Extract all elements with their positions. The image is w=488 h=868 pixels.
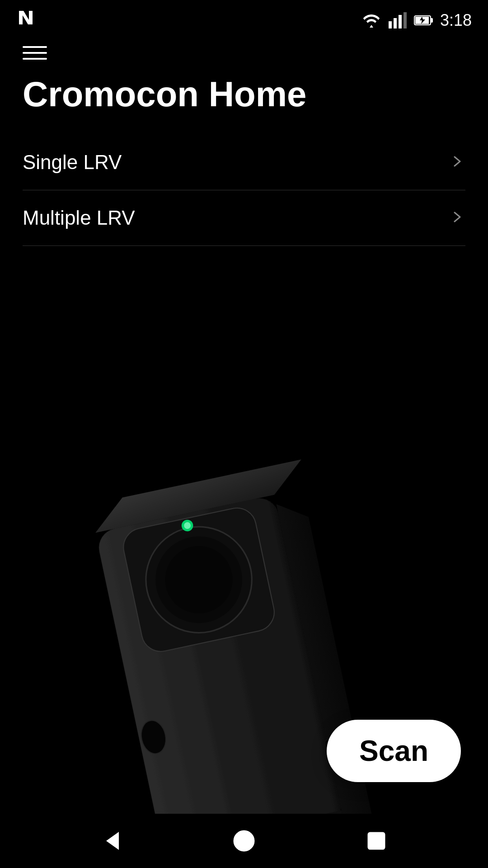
menu-list: Single LRV Multiple LRV (0, 135, 488, 246)
page-title: Cromocon Home (23, 76, 465, 113)
nav-bar (0, 814, 488, 868)
recent-button[interactable] (358, 823, 394, 859)
svg-rect-3 (399, 15, 402, 28)
menu-item-label: Multiple LRV (23, 207, 135, 229)
status-bar: 3:18 (0, 0, 488, 33)
menu-item-multiple-lrv[interactable]: Multiple LRV (23, 190, 465, 246)
menu-item-single-lrv[interactable]: Single LRV (23, 135, 465, 190)
status-icons: 3:18 (361, 11, 472, 30)
svg-marker-19 (106, 832, 119, 850)
svg-rect-1 (389, 21, 392, 28)
n-logo-container (16, 8, 35, 29)
svg-rect-21 (368, 833, 385, 849)
battery-icon (414, 14, 434, 27)
chevron-right-icon (449, 153, 465, 171)
n-logo-icon (16, 8, 35, 27)
header: Cromocon Home (0, 33, 488, 113)
wifi-icon (361, 12, 381, 28)
svg-rect-2 (394, 18, 397, 28)
signal-icon (388, 12, 408, 28)
scan-button[interactable]: Scan (327, 720, 461, 782)
svg-rect-6 (431, 18, 433, 23)
home-button[interactable] (226, 823, 262, 859)
svg-marker-0 (19, 11, 33, 24)
back-button[interactable] (94, 823, 130, 859)
chevron-right-icon (449, 209, 465, 227)
menu-item-label: Single LRV (23, 151, 122, 174)
svg-rect-4 (404, 12, 407, 28)
menu-button[interactable] (23, 46, 47, 60)
status-time: 3:18 (440, 11, 472, 30)
svg-point-20 (234, 831, 254, 851)
